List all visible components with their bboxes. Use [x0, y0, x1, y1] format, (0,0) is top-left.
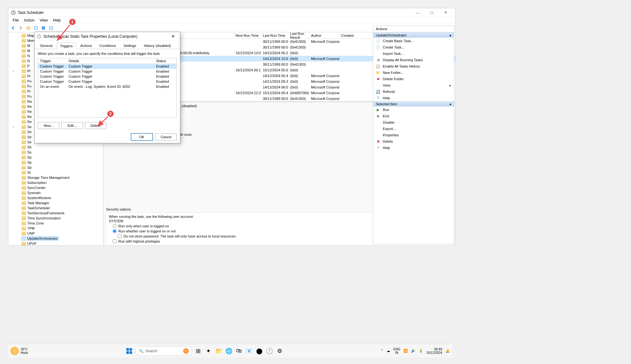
trigger-row[interactable]: On an eventOn event - Log: System, Event… [38, 84, 176, 89]
cancel-button[interactable]: Cancel [155, 133, 177, 140]
battery-icon[interactable]: 🔋 [419, 349, 423, 353]
trigger-row[interactable]: Custom TriggerCustom TriggerEnabled [38, 74, 176, 79]
tree-item[interactable]: UpdateOrchestrator [8, 236, 103, 241]
radio-logged-on[interactable] [113, 224, 116, 228]
trigger-row[interactable]: Custom TriggerCustom TriggerEnabled [38, 69, 176, 74]
tab-history[interactable]: History (disabled) [140, 42, 175, 49]
back-icon[interactable] [10, 24, 17, 31]
tree-item[interactable]: Subscription [8, 180, 103, 185]
up-icon[interactable] [25, 24, 32, 31]
properties[interactable]: Properties [373, 132, 454, 138]
help2[interactable]: ?Help [373, 145, 454, 151]
run[interactable]: ▶Run [373, 107, 454, 113]
delete-trigger-button[interactable]: Delete [85, 122, 106, 129]
forward-icon[interactable] [17, 24, 24, 31]
tree-item[interactable]: UPnP [8, 241, 103, 245]
create-task[interactable]: 📄Create Task... [373, 44, 454, 50]
menu-view[interactable]: View [37, 17, 50, 23]
trigger-row[interactable]: Custom TriggerCustom TriggerEnabled [38, 79, 176, 84]
import-task[interactable]: Import Task... [373, 50, 454, 57]
col-author[interactable]: Author [309, 33, 339, 38]
delete-item-icon: ✖ [376, 139, 380, 144]
tab-general[interactable]: General [37, 42, 56, 49]
search-box[interactable]: 🔍 Search [135, 346, 192, 356]
edge-icon[interactable]: 🌐 [225, 347, 233, 355]
volume-icon[interactable]: 🔊 [411, 349, 415, 353]
tree-item[interactable]: UNP [8, 231, 103, 236]
app-icon-1[interactable]: ⬤ [255, 347, 263, 355]
settings-icon[interactable]: ⚙ [276, 347, 284, 355]
copilot-icon[interactable]: ✦ [204, 347, 213, 355]
menu-help[interactable]: Help [50, 17, 63, 23]
tree-item[interactable]: Sp [8, 155, 103, 160]
store-icon[interactable]: 🛍 [235, 347, 243, 355]
radio-either[interactable] [113, 229, 116, 233]
delete-item[interactable]: ✖Delete [373, 138, 454, 145]
tab-conditions[interactable]: Conditions [96, 42, 119, 49]
tab-triggers[interactable]: Triggers [56, 42, 76, 49]
tree-item[interactable]: So [8, 150, 103, 155]
tray-chevron-icon[interactable]: ⌃ [381, 349, 383, 353]
tree-item[interactable]: Sysmain [8, 190, 103, 195]
tree-item[interactable]: Time Synchronization [8, 216, 103, 221]
notification-icon[interactable]: 🔔 [445, 349, 450, 353]
onedrive-icon[interactable]: ☁ [387, 349, 390, 353]
close-button[interactable]: ✕ [439, 8, 453, 17]
col-next[interactable]: Next Run Time [234, 33, 261, 38]
new-folder[interactable]: 📁New Folder... [373, 69, 454, 76]
outlook-icon[interactable]: 📧 [245, 347, 253, 355]
export[interactable]: Export... [373, 126, 454, 132]
properties-dialog: Schedule Scan Static Task Properties (Lo… [34, 32, 180, 143]
tree-item[interactable]: Sp [8, 165, 103, 170]
weather-widget[interactable]: 26°CHaze [10, 347, 28, 355]
help[interactable]: ?Help [373, 95, 454, 101]
clock-icon[interactable]: 🕐 [265, 347, 274, 355]
folder-icon [22, 100, 26, 103]
refresh[interactable]: 🔄Refresh [373, 88, 454, 95]
tree-item[interactable]: SystemRestore [8, 195, 103, 200]
props-icon[interactable] [48, 24, 55, 31]
start-button[interactable] [125, 347, 133, 355]
tab-settings[interactable]: Settings [120, 42, 140, 49]
folder-icon [22, 171, 26, 174]
check-no-password[interactable] [118, 234, 122, 238]
tree-item[interactable]: TextServicesFramework [8, 211, 103, 216]
dialog-close-button[interactable]: ✕ [168, 33, 178, 40]
wifi-icon[interactable]: 📶 [403, 349, 408, 353]
create-basic-task[interactable]: 📄Create Basic Task... [373, 38, 454, 44]
col-created[interactable]: Created [339, 33, 352, 38]
tab-actions[interactable]: Actions [77, 42, 95, 49]
tree-item[interactable]: Sh [8, 145, 103, 150]
language-indicator[interactable]: ENGIN [393, 348, 400, 354]
triggers-table[interactable]: Trigger Details Status Custom TriggerCus… [38, 58, 177, 118]
tree-item[interactable]: SyncCenter [8, 185, 103, 190]
tree-item[interactable]: TaskScheduler [8, 205, 103, 211]
tree-item[interactable]: St [8, 170, 103, 175]
maximize-button[interactable]: ▢ [425, 8, 439, 17]
ok-button[interactable]: OK [131, 133, 153, 140]
help-icon[interactable]: ? [40, 24, 47, 31]
edit-trigger-button[interactable]: Edit... [61, 122, 83, 129]
enable-history[interactable]: 📋Enable All Tasks History [373, 63, 454, 69]
col-last[interactable]: Last Run Time [261, 33, 288, 38]
tree-item[interactable]: Time Zone [8, 221, 103, 226]
check-highest-priv[interactable] [113, 239, 116, 243]
clock[interactable]: 06:4915/12/2024 [426, 348, 442, 354]
tree-item[interactable]: Storage Tiers Management [8, 175, 103, 180]
taskview-icon[interactable]: ⊞ [194, 347, 203, 355]
trigger-row[interactable]: Custom TriggerCustom TriggerEnabled [38, 64, 176, 69]
display-running[interactable]: 🖥Display All Running Tasks [373, 57, 454, 63]
menu-file[interactable]: File [10, 17, 21, 23]
minimize-button[interactable]: — [411, 8, 425, 17]
view[interactable]: View▸ [373, 82, 454, 88]
delete-folder[interactable]: ✖Delete Folder [373, 76, 454, 82]
tree-item[interactable]: Task Manager [8, 200, 103, 205]
disable[interactable]: Disable [373, 119, 454, 126]
refresh-icon[interactable] [32, 24, 39, 31]
explorer-icon[interactable]: 📁 [215, 347, 223, 355]
tree-item[interactable]: TPM [8, 226, 103, 231]
new-trigger-button[interactable]: New... [38, 122, 59, 129]
tree-item[interactable]: Sp [8, 160, 103, 165]
menu-action[interactable]: Action [21, 17, 37, 23]
end[interactable]: ■End [373, 113, 454, 119]
